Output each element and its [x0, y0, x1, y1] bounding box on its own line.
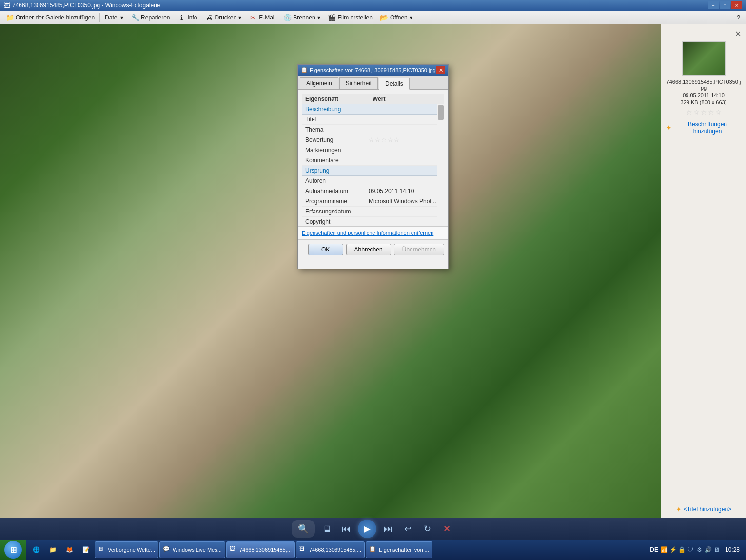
tab-allgemein[interactable]: Allgemein	[300, 77, 338, 89]
menu-repair[interactable]: 🔧 Reparieren	[127, 12, 174, 23]
section-ursprung: Ursprung	[302, 166, 444, 176]
app-icon: 🖼	[4, 2, 10, 9]
ok-button[interactable]: OK	[308, 244, 343, 255]
photogallery2-icon: 🖼	[299, 546, 307, 554]
menu-separator-1	[99, 13, 100, 22]
tray-icon-action-center[interactable]: ⚙	[695, 546, 703, 554]
rating-star-2[interactable]: ☆	[375, 136, 380, 143]
taskbar-pinned-firefox[interactable]: 🦊	[61, 542, 77, 558]
start-orb: ⊞	[4, 541, 22, 559]
tray-icon-security[interactable]: 🔒	[678, 546, 686, 554]
tray-icons: 📶 ⚡ 🔒 🛡 ⚙ 🔊 🖥	[660, 546, 721, 554]
taskbar-app-messenger[interactable]: 💬 Windows Live Mes...	[159, 541, 225, 558]
menu-info[interactable]: ℹ Info	[174, 12, 201, 23]
val-thema[interactable]	[366, 125, 444, 135]
val-bewertung[interactable]: ☆ ☆ ☆ ☆ ☆	[366, 135, 444, 145]
prop-thema: Thema	[302, 125, 366, 135]
menu-open[interactable]: 📂 Öffnen ▾	[376, 12, 416, 23]
dialog-link-bar: Eigenschaften und persönliche Informatio…	[298, 226, 448, 239]
app-area: ✕ 74668,1306915485,PICT0350.jpg 09.05.20…	[0, 24, 746, 518]
taskbar-pinned-ie[interactable]: 🌐	[28, 542, 44, 558]
prop-autoren: Autoren	[302, 176, 366, 186]
windows-logo: ⊞	[10, 545, 17, 555]
table-row: Markierungen	[302, 145, 444, 155]
menu-print[interactable]: 🖨 Drucken ▾	[201, 12, 246, 23]
dialog-close-button[interactable]: ✕	[436, 66, 445, 74]
val-titel[interactable]	[366, 115, 444, 124]
start-button[interactable]: ⊞	[0, 540, 26, 560]
repair-icon: 🔧	[131, 14, 139, 21]
tray-icon-battery[interactable]: ⚡	[669, 546, 677, 554]
menu-file[interactable]: Datei ▾	[101, 12, 127, 23]
menu-help[interactable]: ?	[733, 12, 744, 23]
taskbar: ⊞ 🌐 📁 🦊 📝 🖥 Verborgene Welte... 💬 Window…	[0, 540, 746, 560]
menu-gallery[interactable]: 📁 Ordner der Galerie hinzufügen	[2, 12, 98, 23]
taskbar-pinned-notepad[interactable]: 📝	[78, 542, 94, 558]
table-row: Kommentare	[302, 155, 444, 166]
val-kommentare[interactable]	[366, 155, 444, 165]
explorer-icon: 📁	[49, 546, 57, 553]
taskbar-app-photogallery1[interactable]: 🖼 74668,1306915485,...	[226, 541, 295, 558]
taskbar-items: 🌐 📁 🦊 📝 🖥 Verborgene Welte... 💬 Windows …	[26, 540, 646, 560]
tray-icon-windows-update[interactable]: 🛡	[687, 546, 694, 554]
val-autoren[interactable]	[366, 176, 444, 186]
taskbar-app-hidden-windows[interactable]: 🖥 Verborgene Welte...	[95, 541, 158, 558]
tray-icon-network2[interactable]: 🖥	[713, 546, 721, 554]
rating-star-1[interactable]: ☆	[369, 136, 374, 143]
scrollbar-thumb[interactable]	[438, 105, 444, 120]
add-title-button[interactable]: ✦ <Titel hinzufügen>	[676, 505, 731, 513]
info-icon: ℹ	[177, 14, 185, 21]
table-header: Eigenschaft Wert	[302, 94, 444, 104]
table-row: Bewertung ☆ ☆ ☆ ☆ ☆	[302, 135, 444, 145]
title-bar: 🖼 74668,1306915485,PICT0350.jpg - Window…	[0, 0, 746, 11]
val-markierungen[interactable]	[366, 145, 444, 155]
rating-star-4[interactable]: ☆	[388, 136, 393, 143]
val-copyright[interactable]	[366, 217, 444, 226]
remove-properties-link[interactable]: Eigenschaften und persönliche Informatio…	[302, 230, 433, 236]
language-indicator: DE	[650, 546, 658, 553]
table-row: Programmname Microsoft Windows Phot...	[302, 196, 444, 207]
menu-bar: 📁 Ordner der Galerie hinzufügen Datei ▾ …	[0, 11, 746, 24]
next-button[interactable]: ⏭	[380, 521, 396, 537]
maximize-button[interactable]: □	[720, 1, 730, 9]
tab-details[interactable]: Details	[379, 78, 410, 90]
hidden-windows-label: Verborgene Welte...	[108, 547, 155, 553]
tray-icon-volume[interactable]: 🔊	[704, 546, 712, 554]
photogallery1-icon: 🖼	[230, 546, 237, 554]
email-icon: ✉	[249, 14, 257, 21]
taskbar-app-photogallery2[interactable]: 🖼 74668,1306915485,...	[296, 541, 365, 558]
cancel-button[interactable]: Abbrechen	[346, 244, 391, 255]
messenger-label: Windows Live Mes...	[173, 547, 222, 553]
table-row: Erfassungsdatum	[302, 207, 444, 217]
val-erfassungsdatum[interactable]	[366, 207, 444, 216]
prop-titel: Titel	[302, 115, 366, 124]
menu-email[interactable]: ✉ E-Mail	[245, 12, 279, 23]
taskbar-app-properties[interactable]: 📋 Eigenschaften von ...	[366, 541, 432, 558]
tray-icon-network[interactable]: 📶	[660, 546, 668, 554]
table-row: Aufnahmedatum 09.05.2011 14:10	[302, 186, 444, 196]
prev-button[interactable]: ⏮	[338, 521, 354, 537]
menu-burn[interactable]: 💿 Brennen ▾	[279, 12, 324, 23]
monitor-button[interactable]: 🖥	[319, 521, 334, 537]
window-close-button[interactable]: ✕	[731, 1, 742, 9]
forward-button[interactable]: ↻	[419, 521, 435, 537]
dialog-title-bar: 📋 Eigenschaften von 74668,1306915485,PIC…	[298, 65, 448, 76]
menu-film[interactable]: 🎬 Film erstellen	[324, 12, 376, 23]
stop-button[interactable]: ✕	[439, 521, 454, 537]
properties-dialog: 📋 Eigenschaften von 74668,1306915485,PIC…	[297, 64, 449, 269]
play-button[interactable]: ▶	[358, 520, 376, 538]
tab-sicherheit[interactable]: Sicherheit	[339, 77, 378, 89]
hidden-windows-icon: 🖥	[98, 546, 106, 554]
search-button[interactable]: 🔍	[295, 521, 311, 537]
apply-button[interactable]: Übernehmen	[394, 244, 444, 255]
back-button[interactable]: ↩	[400, 521, 415, 537]
system-clock[interactable]: 10:28	[723, 546, 742, 553]
burn-icon: 💿	[283, 14, 291, 21]
rating-stars[interactable]: ☆ ☆ ☆ ☆ ☆	[369, 136, 441, 143]
taskbar-pinned-explorer[interactable]: 📁	[45, 542, 60, 558]
prop-erfassungsdatum: Erfassungsdatum	[302, 207, 366, 216]
dialog-scrollbar[interactable]	[437, 104, 444, 226]
minimize-button[interactable]: −	[708, 1, 719, 9]
rating-star-3[interactable]: ☆	[381, 136, 387, 143]
rating-star-5[interactable]: ☆	[394, 136, 399, 143]
